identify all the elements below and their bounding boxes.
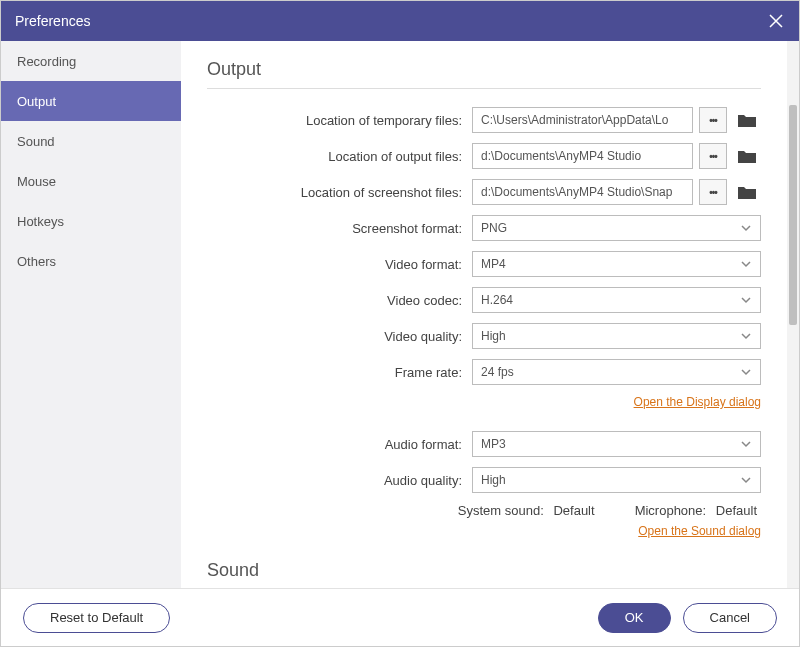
row-video-format: Video format: MP4 [207,251,761,277]
chevron-down-icon [740,222,752,234]
system-sound-value: Default [553,503,594,518]
row-output-files: Location of output files: d:\Documents\A… [207,143,761,169]
label-audio-format: Audio format: [207,437,472,452]
select-value: High [481,473,506,487]
body: Recording Output Sound Mouse Hotkeys Oth… [1,41,799,588]
window-title: Preferences [15,13,90,29]
browse-temp-files-button[interactable]: ••• [699,107,727,133]
reset-label: Reset to Default [50,610,143,625]
label-video-quality: Video quality: [207,329,472,344]
open-temp-files-folder-button[interactable] [733,107,761,133]
label-frame-rate: Frame rate: [207,365,472,380]
cancel-button[interactable]: Cancel [683,603,777,633]
chevron-down-icon [740,258,752,270]
browse-screenshot-files-button[interactable]: ••• [699,179,727,205]
chevron-down-icon [740,366,752,378]
input-temp-files[interactable]: C:\Users\Administrator\AppData\Lo [472,107,693,133]
sidebar-item-recording[interactable]: Recording [1,41,181,81]
sidebar-item-hotkeys[interactable]: Hotkeys [1,201,181,241]
select-value: High [481,329,506,343]
link-row-sound: Open the Sound dialog [207,524,761,538]
browse-output-files-button[interactable]: ••• [699,143,727,169]
sidebar-item-label: Recording [17,54,76,69]
titlebar: Preferences [1,1,799,41]
row-temp-files: Location of temporary files: C:\Users\Ad… [207,107,761,133]
sidebar-item-output[interactable]: Output [1,81,181,121]
sidebar-item-others[interactable]: Others [1,241,181,281]
sidebar-item-label: Sound [17,134,55,149]
row-frame-rate: Frame rate: 24 fps [207,359,761,385]
microphone-label: Microphone: [635,503,707,518]
select-frame-rate[interactable]: 24 fps [472,359,761,385]
chevron-down-icon [740,294,752,306]
select-value: 24 fps [481,365,514,379]
label-video-codec: Video codec: [207,293,472,308]
select-audio-format[interactable]: MP3 [472,431,761,457]
sidebar-item-label: Output [17,94,56,109]
row-screenshot-files: Location of screenshot files: d:\Documen… [207,179,761,205]
reset-to-default-button[interactable]: Reset to Default [23,603,170,633]
folder-icon [737,184,757,200]
link-row-display: Open the Display dialog [207,395,761,409]
row-audio-format: Audio format: MP3 [207,431,761,457]
ellipsis-icon: ••• [709,115,717,126]
section-title-sound: Sound [207,560,761,581]
scrollbar[interactable] [787,41,799,588]
microphone-value: Default [716,503,757,518]
audio-defaults-row: System sound: Default Microphone: Defaul… [207,503,761,518]
select-value: PNG [481,221,507,235]
section-divider [207,88,761,89]
ellipsis-icon: ••• [709,151,717,162]
chevron-down-icon [740,438,752,450]
select-screenshot-format[interactable]: PNG [472,215,761,241]
sidebar-item-sound[interactable]: Sound [1,121,181,161]
row-video-codec: Video codec: H.264 [207,287,761,313]
open-sound-dialog-link[interactable]: Open the Sound dialog [638,524,761,538]
select-video-quality[interactable]: High [472,323,761,349]
system-sound-label: System sound: [458,503,544,518]
cancel-label: Cancel [710,610,750,625]
microphone-default: Microphone: Default [635,503,757,518]
section-title-output: Output [207,59,761,80]
main: Output Location of temporary files: C:\U… [181,41,799,588]
ellipsis-icon: ••• [709,187,717,198]
sidebar-item-mouse[interactable]: Mouse [1,161,181,201]
open-display-dialog-link[interactable]: Open the Display dialog [634,395,761,409]
preferences-window: Preferences Recording Output Sound Mouse… [0,0,800,647]
ok-button[interactable]: OK [598,603,671,633]
row-audio-quality: Audio quality: High [207,467,761,493]
folder-icon [737,148,757,164]
label-temp-files: Location of temporary files: [207,113,472,128]
select-value: H.264 [481,293,513,307]
close-icon[interactable] [767,12,785,30]
chevron-down-icon [740,474,752,486]
row-screenshot-format: Screenshot format: PNG [207,215,761,241]
footer: Reset to Default OK Cancel [1,588,799,646]
select-video-format[interactable]: MP4 [472,251,761,277]
ok-label: OK [625,610,644,625]
label-output-files: Location of output files: [207,149,472,164]
label-video-format: Video format: [207,257,472,272]
sidebar-item-label: Hotkeys [17,214,64,229]
sidebar-item-label: Others [17,254,56,269]
label-screenshot-format: Screenshot format: [207,221,472,236]
select-video-codec[interactable]: H.264 [472,287,761,313]
select-value: MP3 [481,437,506,451]
open-screenshot-files-folder-button[interactable] [733,179,761,205]
system-sound-default: System sound: Default [458,503,595,518]
scrollbar-thumb[interactable] [789,105,797,325]
sidebar-item-label: Mouse [17,174,56,189]
row-video-quality: Video quality: High [207,323,761,349]
select-audio-quality[interactable]: High [472,467,761,493]
input-output-files[interactable]: d:\Documents\AnyMP4 Studio [472,143,693,169]
sidebar: Recording Output Sound Mouse Hotkeys Oth… [1,41,181,588]
label-screenshot-files: Location of screenshot files: [207,185,472,200]
folder-icon [737,112,757,128]
open-output-files-folder-button[interactable] [733,143,761,169]
label-audio-quality: Audio quality: [207,473,472,488]
input-screenshot-files[interactable]: d:\Documents\AnyMP4 Studio\Snap [472,179,693,205]
chevron-down-icon [740,330,752,342]
main-content: Output Location of temporary files: C:\U… [181,41,787,588]
select-value: MP4 [481,257,506,271]
